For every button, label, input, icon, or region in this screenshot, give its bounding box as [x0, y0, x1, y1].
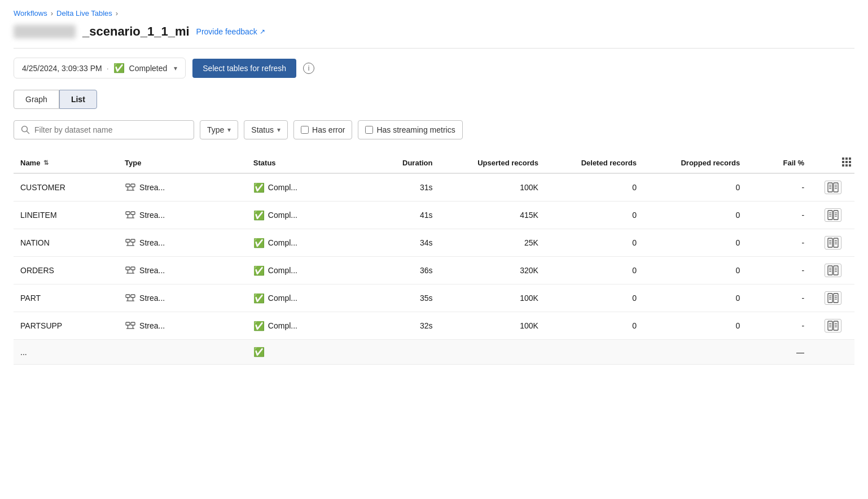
- cell-name-1: LINEITEM: [14, 202, 118, 229]
- svg-rect-9: [845, 164, 848, 167]
- cell-dropped-0: 0: [643, 173, 747, 202]
- svg-rect-16: [828, 183, 832, 192]
- cell-fail-3: -: [747, 257, 811, 284]
- svg-rect-82: [834, 321, 838, 330]
- cell-type-4: Strea...: [118, 284, 247, 312]
- has-error-filter[interactable]: Has error: [293, 120, 352, 139]
- type-chevron-icon: ▾: [227, 126, 231, 134]
- streaming-table-icon-5: [125, 320, 136, 331]
- type-filter-dropdown[interactable]: Type ▾: [200, 120, 238, 139]
- search-input-wrap[interactable]: [14, 120, 194, 139]
- cell-type-2: Strea...: [118, 229, 247, 257]
- data-table: Name ⇅ Type Status Duration Upserted rec…: [14, 153, 854, 365]
- status-check-icon-1: ✅: [253, 210, 265, 221]
- svg-rect-5: [842, 161, 844, 163]
- type-label-4: Strea...: [139, 294, 165, 303]
- cell-deleted-3: 0: [545, 257, 643, 284]
- breadcrumb-sep-2: ›: [116, 9, 118, 17]
- status-check-icon-5: ✅: [253, 321, 265, 331]
- status-filter-dropdown[interactable]: Status ▾: [244, 120, 288, 139]
- status-bar: 4/25/2024, 3:09:33 PM · ✅ Completed ▾ Se…: [14, 58, 854, 78]
- row-detail-button-0[interactable]: [825, 181, 841, 194]
- svg-line-1: [27, 132, 29, 134]
- svg-rect-17: [834, 183, 838, 192]
- feedback-link[interactable]: Provide feedback ↗: [196, 27, 265, 36]
- has-error-checkbox[interactable]: [301, 126, 309, 134]
- cell-fail-2: -: [747, 229, 811, 257]
- streaming-table-icon-0: [125, 182, 136, 193]
- cell-upserted-1: 415K: [439, 202, 545, 229]
- cell-dropped-1: 0: [643, 202, 747, 229]
- filter-row: Type ▾ Status ▾ Has error Has streaming …: [14, 120, 854, 139]
- info-icon[interactable]: i: [303, 63, 314, 74]
- cell-action-4: [811, 284, 854, 312]
- breadcrumb-delta-live-tables[interactable]: Delta Live Tables: [56, 9, 112, 17]
- svg-rect-64: [131, 295, 135, 297]
- cell-name-5: PARTSUPP: [14, 312, 118, 340]
- row-detail-button-5[interactable]: [825, 319, 841, 332]
- type-label-5: Strea...: [139, 321, 165, 330]
- cell-upserted-3: 320K: [439, 257, 545, 284]
- column-visibility-icon[interactable]: [841, 156, 852, 170]
- has-streaming-checkbox[interactable]: [365, 126, 373, 134]
- cell-action-1: [811, 202, 854, 229]
- row-detail-button-3[interactable]: [825, 264, 841, 277]
- type-label-3: Strea...: [139, 266, 165, 275]
- status-filter-label: Status: [251, 125, 274, 134]
- row-detail-button-1[interactable]: [825, 208, 841, 222]
- svg-rect-38: [131, 239, 135, 242]
- status-chevron-icon: ▾: [277, 126, 280, 134]
- svg-rect-11: [126, 184, 130, 187]
- select-tables-refresh-button[interactable]: Select tables for refresh: [192, 59, 296, 78]
- cell-name-3: ORDERS: [14, 257, 118, 284]
- name-sort-icon: ⇅: [43, 159, 49, 167]
- cell-upserted-0: 100K: [439, 173, 545, 202]
- svg-rect-77: [131, 322, 135, 325]
- tabs-row: Graph List: [14, 90, 854, 109]
- partial-name: ...: [14, 340, 118, 365]
- streaming-table-icon-2: [125, 237, 136, 248]
- cell-duration-0: 31s: [375, 173, 440, 202]
- search-input[interactable]: [34, 125, 187, 134]
- breadcrumb-workflows[interactable]: Workflows: [14, 9, 47, 17]
- col-header-name[interactable]: Name ⇅: [14, 153, 118, 173]
- cell-status-0: ✅ Compl...: [247, 173, 375, 202]
- table-row: PARTSUPP Strea... ✅ Compl... 32s 100K: [14, 312, 854, 340]
- cell-deleted-1: 0: [545, 202, 643, 229]
- cell-duration-3: 36s: [375, 257, 440, 284]
- cell-action-2: [811, 229, 854, 257]
- svg-rect-42: [828, 238, 832, 247]
- svg-rect-29: [828, 211, 832, 220]
- table-row: LINEITEM Strea... ✅ Compl... 41s 415K: [14, 202, 854, 229]
- table-row: CUSTOMER Strea... ✅ Compl... 31s 100K: [14, 173, 854, 202]
- status-check-icon-4: ✅: [253, 293, 265, 304]
- cell-upserted-4: 100K: [439, 284, 545, 312]
- partial-dropped: [643, 340, 747, 365]
- status-label-1: Compl...: [268, 211, 297, 220]
- table-row-partial: ... ✅ —: [14, 340, 854, 365]
- cell-dropped-3: 0: [643, 257, 747, 284]
- svg-rect-55: [828, 266, 832, 275]
- has-streaming-filter[interactable]: Has streaming metrics: [358, 120, 462, 139]
- cell-type-0: Strea...: [118, 173, 247, 202]
- cell-status-1: ✅ Compl...: [247, 202, 375, 229]
- row-detail-button-2[interactable]: [825, 236, 841, 250]
- status-datetime: 4/25/2024, 3:09:33 PM: [22, 64, 102, 73]
- cell-fail-1: -: [747, 202, 811, 229]
- breadcrumb: Workflows › Delta Live Tables ›: [14, 9, 854, 17]
- cell-status-2: ✅ Compl...: [247, 229, 375, 257]
- status-pill[interactable]: 4/25/2024, 3:09:33 PM · ✅ Completed ▾: [14, 58, 186, 78]
- search-icon: [21, 125, 30, 134]
- status-label-4: Compl...: [268, 294, 297, 303]
- table-row: ORDERS Strea... ✅ Compl... 36s 320K 0: [14, 257, 854, 284]
- has-error-label: Has error: [312, 125, 345, 134]
- row-detail-button-4[interactable]: [825, 291, 841, 305]
- svg-rect-8: [842, 164, 844, 167]
- tab-list[interactable]: List: [59, 90, 97, 109]
- svg-rect-6: [845, 161, 848, 163]
- tab-graph[interactable]: Graph: [14, 90, 59, 109]
- svg-rect-68: [828, 294, 832, 303]
- cell-action-3: [811, 257, 854, 284]
- cell-type-5: Strea...: [118, 312, 247, 340]
- page-title: _scenario_1_1_mi: [82, 24, 190, 39]
